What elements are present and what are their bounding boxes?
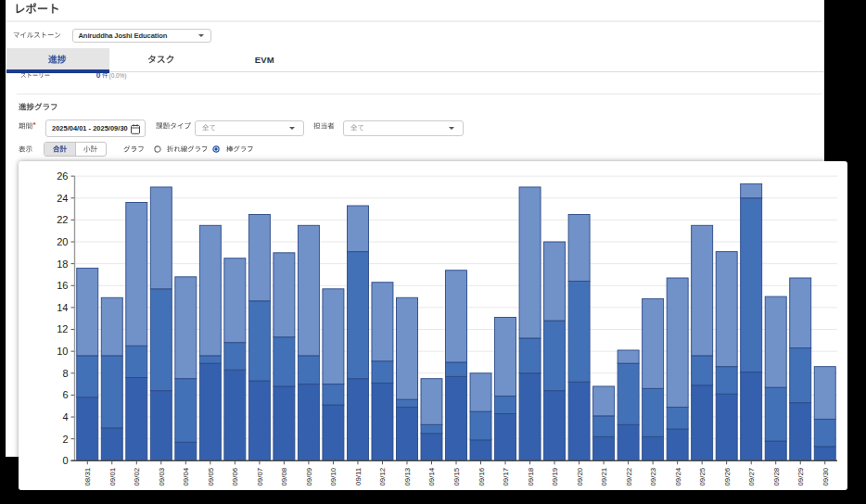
tab-progress[interactable] <box>6 48 110 71</box>
bar-segment[interactable] <box>396 297 417 399</box>
bar-segment[interactable] <box>495 414 516 461</box>
bar-segment[interactable] <box>126 378 147 461</box>
bar-segment[interactable] <box>593 436 615 460</box>
bar-segment[interactable] <box>323 405 344 460</box>
bar-segment[interactable] <box>199 363 221 460</box>
bar-segment[interactable] <box>692 385 713 461</box>
bar-segment[interactable] <box>692 225 713 356</box>
bar-segment[interactable] <box>224 370 246 460</box>
bar-segment[interactable] <box>765 387 786 441</box>
bar-segment[interactable] <box>470 440 491 460</box>
bar-segment[interactable] <box>199 225 221 356</box>
bar-segment[interactable] <box>77 356 98 397</box>
line-graph-radio[interactable] <box>154 145 161 153</box>
bar-segment[interactable] <box>298 356 319 384</box>
bar-segment[interactable] <box>716 252 737 367</box>
bar-segment[interactable] <box>446 362 467 376</box>
bar-segment[interactable] <box>347 252 368 379</box>
bar-segment[interactable] <box>765 296 786 387</box>
bar-segment[interactable] <box>741 372 762 461</box>
display-total-button[interactable] <box>45 143 75 156</box>
bar-segment[interactable] <box>544 321 566 391</box>
bar-segment[interactable] <box>741 183 762 197</box>
bar-segment[interactable] <box>790 348 811 403</box>
bar-segment[interactable] <box>643 388 664 436</box>
bar-segment[interactable] <box>396 407 417 460</box>
bar-segment[interactable] <box>372 283 393 361</box>
bar-segment[interactable] <box>101 297 122 356</box>
bar-segment[interactable] <box>126 202 147 346</box>
bar-segment[interactable] <box>618 363 639 424</box>
bar-segment[interactable] <box>372 383 393 460</box>
milestone-select[interactable]: Aniruddha Joshi Education <box>72 29 211 43</box>
bar-segment[interactable] <box>716 394 737 460</box>
bar-segment[interactable] <box>814 419 835 447</box>
assignee-select[interactable] <box>343 120 464 137</box>
bar-segment[interactable] <box>568 282 590 383</box>
bar-segment[interactable] <box>692 356 713 385</box>
bar-segment[interactable] <box>667 429 688 460</box>
bar-segment[interactable] <box>347 379 368 461</box>
bar-segment[interactable] <box>593 386 615 416</box>
bar-segment[interactable] <box>150 187 172 289</box>
bar-segment[interactable] <box>519 187 541 338</box>
bar-segment[interactable] <box>77 397 98 461</box>
bar-segment[interactable] <box>274 253 295 337</box>
bar-segment[interactable] <box>150 289 172 391</box>
bar-segment[interactable] <box>495 318 516 397</box>
bar-segment[interactable] <box>199 356 221 363</box>
bar-segment[interactable] <box>495 397 516 414</box>
bar-segment[interactable] <box>298 384 319 461</box>
bar-segment[interactable] <box>126 346 147 377</box>
bar-segment[interactable] <box>150 391 172 461</box>
bar-segment[interactable] <box>421 424 442 433</box>
bar-segment[interactable] <box>544 242 566 321</box>
bar-segment[interactable] <box>396 399 417 407</box>
bar-segment[interactable] <box>323 384 344 405</box>
bar-segment[interactable] <box>224 343 246 371</box>
bar-segment[interactable] <box>519 338 541 373</box>
bar-segment[interactable] <box>470 373 491 411</box>
bar-segment[interactable] <box>470 411 491 440</box>
display-subtotal-button[interactable] <box>75 143 107 156</box>
bar-segment[interactable] <box>446 271 467 362</box>
tab-evm[interactable]: EVM <box>213 48 317 71</box>
issue-type-select[interactable] <box>195 120 304 136</box>
bar-segment[interactable] <box>248 301 270 381</box>
bar-segment[interactable] <box>101 356 122 428</box>
bar-segment[interactable] <box>544 391 566 461</box>
bar-segment[interactable] <box>618 424 639 460</box>
bar-segment[interactable] <box>643 436 664 460</box>
bar-segment[interactable] <box>568 382 590 460</box>
tab-tasks[interactable] <box>109 48 213 71</box>
bar-segment[interactable] <box>741 198 762 372</box>
bar-segment[interactable] <box>446 376 467 460</box>
bar-segment[interactable] <box>298 225 319 356</box>
bar-segment[interactable] <box>101 428 122 460</box>
bar-segment[interactable] <box>519 373 541 461</box>
bar-segment[interactable] <box>175 442 197 460</box>
bar-segment[interactable] <box>274 337 295 386</box>
bar-segment[interactable] <box>643 298 664 388</box>
bar-segment[interactable] <box>765 441 786 460</box>
story-count-link[interactable]: 0 <box>96 73 101 80</box>
bar-segment[interactable] <box>618 350 639 363</box>
bar-segment[interactable] <box>175 277 197 379</box>
bar-segment[interactable] <box>716 367 737 395</box>
bar-segment[interactable] <box>667 278 688 407</box>
bar-segment[interactable] <box>814 447 835 460</box>
bar-segment[interactable] <box>790 278 811 348</box>
bar-segment[interactable] <box>790 403 811 461</box>
bar-segment[interactable] <box>248 381 270 460</box>
bar-segment[interactable] <box>421 434 442 461</box>
bar-segment[interactable] <box>667 407 688 429</box>
bar-segment[interactable] <box>814 367 835 420</box>
bar-segment[interactable] <box>347 206 368 252</box>
bar-segment[interactable] <box>77 268 98 356</box>
bar-graph-radio[interactable] <box>212 145 220 153</box>
bar-segment[interactable] <box>224 258 246 343</box>
bar-segment[interactable] <box>175 379 197 443</box>
bar-segment[interactable] <box>323 289 344 384</box>
bar-segment[interactable] <box>372 361 393 384</box>
period-input[interactable]: 2025/04/01 - 2025/09/30 <box>45 120 146 137</box>
